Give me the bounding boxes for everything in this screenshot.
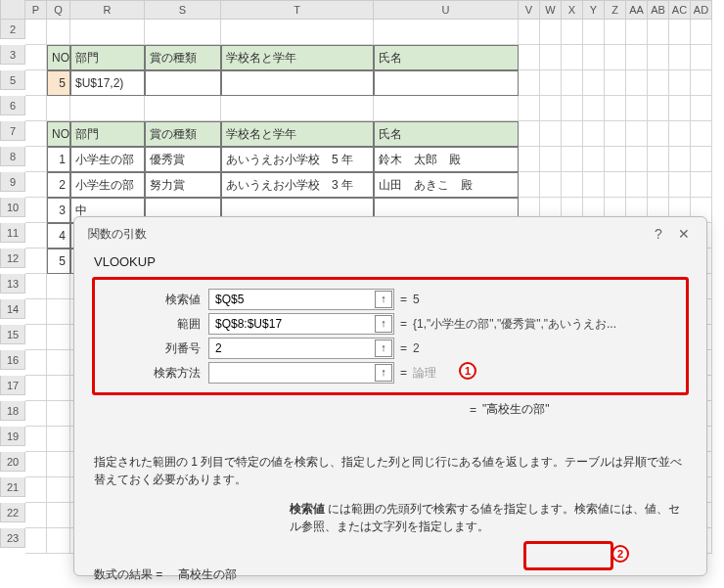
- row-number[interactable]: 16: [0, 350, 25, 370]
- column-header-X[interactable]: X: [562, 0, 583, 20]
- t2-no[interactable]: 3: [47, 198, 70, 223]
- cell[interactable]: [605, 121, 626, 147]
- cell[interactable]: [605, 20, 626, 45]
- cell[interactable]: NO: [47, 121, 70, 147]
- cell[interactable]: [669, 147, 691, 172]
- range-picker-icon[interactable]: ↑: [375, 315, 392, 333]
- cell[interactable]: [25, 350, 47, 376]
- cell[interactable]: 学校名と学年: [221, 121, 374, 147]
- cell[interactable]: [25, 452, 47, 477]
- cell[interactable]: [540, 20, 562, 45]
- cell[interactable]: [583, 20, 605, 45]
- column-header-P[interactable]: P: [25, 0, 47, 20]
- cell[interactable]: [145, 96, 221, 121]
- cell[interactable]: [25, 325, 47, 350]
- cell[interactable]: [25, 274, 47, 299]
- cell[interactable]: [691, 121, 712, 147]
- column-header-V[interactable]: V: [519, 0, 540, 20]
- arg-input-2[interactable]: [208, 338, 394, 359]
- cell[interactable]: [519, 45, 540, 70]
- cell[interactable]: [562, 70, 583, 96]
- cell[interactable]: [691, 45, 712, 70]
- cell[interactable]: [25, 223, 47, 249]
- cell[interactable]: [626, 121, 648, 147]
- cell[interactable]: [25, 20, 47, 45]
- cell[interactable]: [25, 299, 47, 325]
- row-number[interactable]: 2: [0, 20, 25, 39]
- cell[interactable]: [519, 70, 540, 96]
- cell[interactable]: [648, 45, 669, 70]
- cell[interactable]: [145, 70, 221, 96]
- arg-input-1[interactable]: [208, 313, 394, 335]
- cell[interactable]: [519, 121, 540, 147]
- column-header-AA[interactable]: AA: [626, 0, 648, 20]
- cell[interactable]: [25, 401, 47, 427]
- row-number[interactable]: 5: [0, 70, 25, 90]
- column-header-U[interactable]: U: [374, 0, 519, 20]
- range-picker-icon[interactable]: ↑: [375, 364, 392, 382]
- column-header-Z[interactable]: Z: [605, 0, 626, 20]
- cell[interactable]: [145, 20, 221, 45]
- cell[interactable]: [605, 96, 626, 121]
- row-number[interactable]: 19: [0, 427, 25, 446]
- t2-no[interactable]: 2: [47, 172, 70, 198]
- cell[interactable]: [25, 427, 47, 452]
- cell[interactable]: [540, 70, 562, 96]
- cell[interactable]: [583, 70, 605, 96]
- cell[interactable]: [221, 20, 374, 45]
- range-picker-icon[interactable]: ↑: [375, 339, 392, 357]
- t1-r5-no[interactable]: 5: [47, 70, 70, 96]
- cell[interactable]: 氏名: [374, 121, 519, 147]
- cell[interactable]: [648, 70, 669, 96]
- cell[interactable]: [25, 198, 47, 223]
- t1-r5-dept[interactable]: $U$17,2): [70, 70, 145, 96]
- cell[interactable]: [562, 45, 583, 70]
- cell[interactable]: [562, 121, 583, 147]
- t2-no[interactable]: 5: [47, 249, 70, 274]
- t2-prize[interactable]: 優秀賞: [145, 147, 221, 172]
- cell[interactable]: [519, 96, 540, 121]
- cell[interactable]: [583, 172, 605, 198]
- cell[interactable]: [648, 172, 669, 198]
- cell[interactable]: [540, 121, 562, 147]
- row-number[interactable]: 3: [0, 45, 25, 65]
- column-header-AB[interactable]: AB: [648, 0, 669, 20]
- column-header-W[interactable]: W: [540, 0, 562, 20]
- cell[interactable]: [221, 96, 374, 121]
- cell[interactable]: [25, 96, 47, 121]
- cell[interactable]: [626, 20, 648, 45]
- cell[interactable]: [605, 70, 626, 96]
- cell[interactable]: [562, 20, 583, 45]
- row-number[interactable]: 14: [0, 299, 25, 319]
- cell[interactable]: [47, 350, 70, 376]
- column-header-S[interactable]: S: [145, 0, 221, 20]
- cell[interactable]: [691, 172, 712, 198]
- t1-hdr-name[interactable]: 氏名: [374, 45, 519, 70]
- column-header-AD[interactable]: AD: [691, 0, 712, 20]
- row-number[interactable]: 21: [0, 477, 25, 497]
- cell[interactable]: [70, 96, 145, 121]
- t2-dept[interactable]: 小学生の部: [70, 172, 145, 198]
- row-number[interactable]: 23: [0, 528, 25, 548]
- cell[interactable]: [47, 401, 70, 427]
- cell[interactable]: [25, 147, 47, 172]
- cell[interactable]: [47, 528, 70, 554]
- cell[interactable]: [669, 96, 691, 121]
- cell[interactable]: 部門: [70, 121, 145, 147]
- t1-hdr-school[interactable]: 学校名と学年: [221, 45, 374, 70]
- cell[interactable]: [605, 45, 626, 70]
- t1-hdr-prize[interactable]: 賞の種類: [145, 45, 221, 70]
- cell[interactable]: [519, 172, 540, 198]
- cell[interactable]: [562, 96, 583, 121]
- cell[interactable]: [648, 96, 669, 121]
- cell[interactable]: [25, 249, 47, 274]
- cell[interactable]: [25, 121, 47, 147]
- row-number[interactable]: 11: [0, 223, 25, 243]
- cell[interactable]: [583, 147, 605, 172]
- cell[interactable]: [626, 45, 648, 70]
- cell[interactable]: [374, 20, 519, 45]
- t2-no[interactable]: 4: [47, 223, 70, 249]
- cell[interactable]: [70, 20, 145, 45]
- range-picker-icon[interactable]: ↑: [375, 291, 392, 308]
- cell[interactable]: [540, 45, 562, 70]
